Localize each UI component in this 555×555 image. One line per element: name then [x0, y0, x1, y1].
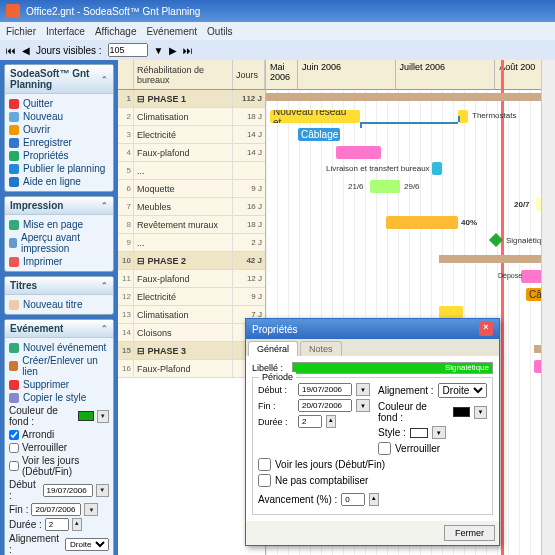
spinner-icon[interactable]: ▴	[369, 493, 379, 506]
d-align-select[interactable]: Droite	[438, 383, 487, 398]
gantt-bar[interactable]	[370, 180, 400, 193]
calendar-icon[interactable]: ▼	[356, 399, 370, 412]
sidebar-item[interactable]: Supprimer	[9, 378, 109, 391]
dropdown-icon[interactable]: ▼	[432, 426, 446, 439]
item-label: Nouvel événement	[23, 342, 106, 353]
gantt-bar[interactable]	[432, 162, 442, 175]
days-dropdown-icon[interactable]: ▼	[154, 45, 164, 56]
item-icon	[9, 300, 19, 310]
d-duree-input[interactable]	[298, 415, 322, 428]
d-avance-input[interactable]	[341, 493, 365, 506]
sidebar-item[interactable]: Aide en ligne	[9, 175, 109, 188]
dialog-titlebar[interactable]: Propriétés ×	[246, 319, 499, 339]
bg-dropdown-icon[interactable]: ▼	[97, 410, 109, 423]
calendar-icon[interactable]: ▼	[96, 484, 109, 497]
d-style-swatch[interactable]	[410, 428, 428, 438]
d-debut-input[interactable]	[298, 383, 352, 396]
calendar-icon[interactable]: ▼	[356, 383, 370, 396]
nav-last-icon[interactable]: ⏭	[183, 45, 193, 56]
sidebar-item[interactable]: Mise en page	[9, 218, 109, 231]
sidebar-item[interactable]: Propriétés	[9, 149, 109, 162]
duree-input[interactable]	[45, 518, 69, 531]
gantt-bar[interactable]: Câblage	[298, 128, 340, 141]
menu-evenement[interactable]: Evénement	[146, 26, 197, 37]
row-num: 5	[118, 162, 134, 179]
menu-bar[interactable]: Fichier Interface Affichage Evénement Ou…	[0, 22, 555, 40]
item-label: Copier le style	[23, 392, 86, 403]
spinner-icon[interactable]: ▴	[72, 518, 82, 531]
gantt-bar[interactable]	[458, 110, 468, 123]
table-row[interactable]: 4Faux-plafond14 J	[118, 144, 265, 162]
table-row[interactable]: 13Climatisation7 J	[118, 306, 265, 324]
d-bg-swatch[interactable]	[453, 407, 470, 417]
table-row[interactable]: 16Faux-Plafond	[118, 360, 265, 378]
gantt-bar[interactable]: Nouveau réseau et...	[270, 110, 360, 123]
tab-notes[interactable]: Notes	[300, 341, 342, 356]
libelle-field[interactable]: Signalétique	[292, 362, 493, 374]
table-row[interactable]: 10⊟ PHASE 242 J	[118, 252, 265, 270]
table-row[interactable]: 2Climatisation18 J	[118, 108, 265, 126]
collapse-icon[interactable]: ⌃	[101, 75, 108, 84]
phase-bar[interactable]	[266, 93, 551, 101]
sidebar-item[interactable]: Ouvrir	[9, 123, 109, 136]
menu-interface[interactable]: Interface	[46, 26, 85, 37]
nav-next-icon[interactable]: ▶	[169, 45, 177, 56]
row-num: 1	[118, 90, 134, 107]
table-row[interactable]: 1⊟ PHASE 1112 J	[118, 90, 265, 108]
table-row[interactable]: 14Cloisons11 J	[118, 324, 265, 342]
d-voir-checkbox[interactable]	[258, 458, 271, 471]
phase-bar[interactable]	[439, 255, 555, 263]
tab-general[interactable]: Général	[248, 341, 298, 356]
nav-first-icon[interactable]: ⏮	[6, 45, 16, 56]
collapse-icon[interactable]: ⌃	[101, 324, 108, 333]
sidebar-item[interactable]: Imprimer	[9, 255, 109, 268]
collapse-icon[interactable]: ⌃	[101, 281, 108, 290]
d-bg-label: Couleur de fond :	[378, 401, 449, 423]
table-row[interactable]: 6Moquette9 J	[118, 180, 265, 198]
item-label: Enregistrer	[23, 137, 72, 148]
dropdown-icon[interactable]: ▼	[474, 406, 487, 419]
d-verrou-checkbox[interactable]	[378, 442, 391, 455]
table-row[interactable]: 15⊟ PHASE 38 J	[118, 342, 265, 360]
item-label: Créer/Enlever un lien	[22, 355, 109, 377]
sidebar-item[interactable]: Aperçu avant impression	[9, 231, 109, 255]
arrondi-checkbox[interactable]	[9, 430, 19, 440]
days-input[interactable]	[108, 43, 148, 57]
table-row[interactable]: 11Faux-plafond12 J	[118, 270, 265, 288]
nav-prev-icon[interactable]: ◀	[22, 45, 30, 56]
verrou-checkbox[interactable]	[9, 443, 19, 453]
menu-outils[interactable]: Outils	[207, 26, 233, 37]
table-row[interactable]: 12Electricité9 J	[118, 288, 265, 306]
sidebar-item[interactable]: Nouvel événement	[9, 341, 109, 354]
table-row[interactable]: 7Meubles16 J	[118, 198, 265, 216]
debut-input[interactable]	[43, 484, 93, 497]
table-row[interactable]: 3Electricité14 J	[118, 126, 265, 144]
gantt-bar[interactable]	[336, 146, 381, 159]
close-icon[interactable]: ×	[479, 322, 493, 336]
sidebar-item[interactable]: Nouveau titre	[9, 298, 109, 311]
spinner-icon[interactable]: ▴	[326, 415, 336, 428]
sidebar-item[interactable]: Enregistrer	[9, 136, 109, 149]
align-select[interactable]: Droite	[65, 538, 109, 551]
gantt-bar[interactable]	[386, 216, 458, 229]
panel-titres: Titres⌃ Nouveau titre	[4, 276, 114, 315]
table-row[interactable]: 8Revêtement muraux18 J	[118, 216, 265, 234]
sidebar-item[interactable]: Quitter	[9, 97, 109, 110]
sidebar-item[interactable]: Nouveau	[9, 110, 109, 123]
calendar-icon[interactable]: ▼	[84, 503, 98, 516]
scrollbar[interactable]	[541, 60, 555, 555]
d-fin-input[interactable]	[298, 399, 352, 412]
table-row[interactable]: 5...	[118, 162, 265, 180]
sidebar-item[interactable]: Copier le style	[9, 391, 109, 404]
menu-affichage[interactable]: Affichage	[95, 26, 137, 37]
collapse-icon[interactable]: ⌃	[101, 201, 108, 210]
sidebar-item[interactable]: Créer/Enlever un lien	[9, 354, 109, 378]
menu-fichier[interactable]: Fichier	[6, 26, 36, 37]
fermer-button[interactable]: Fermer	[444, 525, 495, 541]
table-row[interactable]: 9...2 J	[118, 234, 265, 252]
fin-input[interactable]	[31, 503, 81, 516]
d-comptab-checkbox[interactable]	[258, 474, 271, 487]
sidebar-item[interactable]: Publier le planning	[9, 162, 109, 175]
voir-checkbox[interactable]	[9, 461, 19, 471]
bg-swatch[interactable]	[78, 411, 94, 421]
